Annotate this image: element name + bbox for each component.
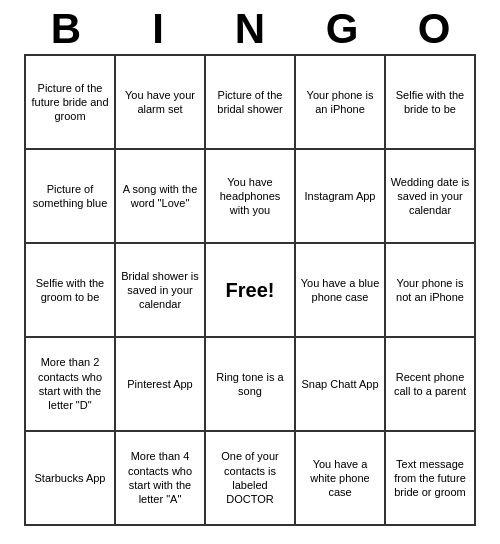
bingo-cell-0[interactable]: Picture of the future bride and groom xyxy=(26,56,116,150)
bingo-cell-23[interactable]: You have a white phone case xyxy=(296,432,386,526)
bingo-cell-15[interactable]: More than 2 contacts who start with the … xyxy=(26,338,116,432)
bingo-header: BINGO xyxy=(20,8,480,50)
bingo-cell-10[interactable]: Selfie with the groom to be xyxy=(26,244,116,338)
bingo-cell-8[interactable]: Instagram App xyxy=(296,150,386,244)
bingo-cell-6[interactable]: A song with the word "Love" xyxy=(116,150,206,244)
bingo-cell-13[interactable]: You have a blue phone case xyxy=(296,244,386,338)
bingo-cell-14[interactable]: Your phone is not an iPhone xyxy=(386,244,476,338)
bingo-cell-12[interactable]: Free! xyxy=(206,244,296,338)
bingo-letter: N xyxy=(207,8,293,50)
bingo-cell-21[interactable]: More than 4 contacts who start with the … xyxy=(116,432,206,526)
bingo-cell-18[interactable]: Snap Chatt App xyxy=(296,338,386,432)
bingo-cell-17[interactable]: Ring tone is a song xyxy=(206,338,296,432)
bingo-cell-3[interactable]: Your phone is an iPhone xyxy=(296,56,386,150)
bingo-cell-1[interactable]: You have your alarm set xyxy=(116,56,206,150)
bingo-cell-2[interactable]: Picture of the bridal shower xyxy=(206,56,296,150)
bingo-cell-5[interactable]: Picture of something blue xyxy=(26,150,116,244)
bingo-cell-19[interactable]: Recent phone call to a parent xyxy=(386,338,476,432)
bingo-letter: O xyxy=(391,8,477,50)
bingo-letter: I xyxy=(115,8,201,50)
bingo-cell-24[interactable]: Text message from the future bride or gr… xyxy=(386,432,476,526)
bingo-grid: Picture of the future bride and groomYou… xyxy=(24,54,476,526)
bingo-cell-9[interactable]: Wedding date is saved in your calendar xyxy=(386,150,476,244)
bingo-cell-22[interactable]: One of your contacts is labeled DOCTOR xyxy=(206,432,296,526)
bingo-cell-7[interactable]: You have headphones with you xyxy=(206,150,296,244)
bingo-letter: B xyxy=(23,8,109,50)
bingo-cell-16[interactable]: Pinterest App xyxy=(116,338,206,432)
bingo-cell-4[interactable]: Selfie with the bride to be xyxy=(386,56,476,150)
bingo-cell-20[interactable]: Starbucks App xyxy=(26,432,116,526)
bingo-letter: G xyxy=(299,8,385,50)
bingo-cell-11[interactable]: Bridal shower is saved in your calendar xyxy=(116,244,206,338)
